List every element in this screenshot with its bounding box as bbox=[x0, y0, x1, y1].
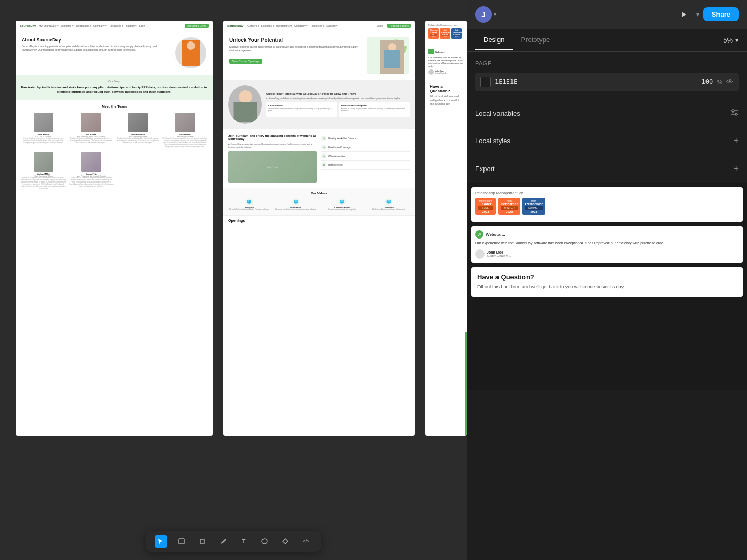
sliders-icon bbox=[730, 108, 739, 118]
about-logo: SourceDay bbox=[20, 24, 36, 27]
member-photo-1 bbox=[34, 113, 53, 132]
cursor-tool[interactable] bbox=[155, 535, 167, 548]
percent-label: % bbox=[717, 79, 722, 85]
team-grid: Tom Kieley CEO & Co-Founder Over a decad… bbox=[21, 113, 208, 148]
page-color-swatch[interactable] bbox=[480, 77, 491, 87]
about-hero: About SourceDay SourceDay is a leading p… bbox=[16, 31, 213, 75]
zoom-control[interactable]: 5% ▾ bbox=[723, 36, 739, 44]
grow-cards: Career Growth Opportunities for advancem… bbox=[266, 102, 410, 117]
page-opacity-value: 100 bbox=[702, 78, 713, 86]
export-section[interactable]: Export + bbox=[467, 155, 747, 183]
preview-card-testimonial: W Webstar... Our experience with the Sou… bbox=[471, 226, 743, 263]
nav-links: My SourceDay ▾ Solutions ▾ Integrations … bbox=[39, 24, 145, 27]
careers-frame[interactable]: SourceDay Careers ▾ Solutions ▾ Integrat… bbox=[223, 21, 415, 436]
openings-section: Openings bbox=[223, 215, 415, 226]
page-color-value: 1E1E1E bbox=[495, 78, 698, 86]
frame-tool[interactable] bbox=[175, 535, 188, 548]
benefit-item: ⊙ Remote Work bbox=[321, 161, 410, 170]
rectangle-tool[interactable] bbox=[196, 535, 209, 548]
team-section: Meet the Team Tom Kieley CEO & Co-Founde… bbox=[16, 100, 213, 199]
avatar-group[interactable]: J ▾ bbox=[475, 6, 496, 23]
text-tool[interactable]: T bbox=[238, 535, 250, 548]
team-member: Clint McRee Chief Strategy Officer & Co-… bbox=[68, 113, 113, 148]
local-styles-label: Local styles bbox=[475, 137, 510, 145]
benefit-icon-1: ⊙ bbox=[321, 136, 326, 141]
careers-hero-image bbox=[367, 37, 409, 74]
play-chevron[interactable]: ▾ bbox=[696, 11, 699, 18]
export-label: Export bbox=[475, 165, 495, 173]
benefit-item: ⊙ Healthcare Coverage bbox=[321, 143, 410, 152]
about-nav: SourceDay My SourceDay ▾ Solutions ▾ Int… bbox=[16, 21, 213, 31]
team-member: Peter Feldman Chief Technology Officer T… bbox=[115, 113, 160, 148]
svg-point-6 bbox=[732, 110, 734, 112]
team-member: Donna Fritz Vice President, Marketing & … bbox=[68, 152, 114, 189]
tab-design[interactable]: Design bbox=[475, 31, 513, 50]
values-grid: 🌐 Integrity We are fully honest and tran… bbox=[227, 198, 411, 211]
team-member: Michael Miller Chief Operating Officer M… bbox=[21, 152, 66, 189]
about-hero-image bbox=[175, 37, 206, 68]
member-photo-6 bbox=[81, 152, 101, 172]
integrity-icon: 🌐 bbox=[246, 198, 253, 205]
preview-card-badges: Relationship Management, an... Momentum … bbox=[471, 187, 743, 222]
grow-photo bbox=[228, 85, 262, 124]
question-area: Have a Question? Fill out this brief for… bbox=[425, 80, 467, 110]
reviewer-avatar bbox=[428, 69, 434, 75]
eye-icon[interactable]: 👁 bbox=[726, 78, 734, 86]
member-photo-3 bbox=[128, 113, 148, 132]
view-openings-btn[interactable]: View Current Openings bbox=[229, 59, 262, 64]
local-styles-add-icon[interactable]: + bbox=[733, 135, 739, 146]
team-member: Tom Kieley CEO & Co-Founder Over a decad… bbox=[21, 113, 66, 148]
pen-tool[interactable] bbox=[217, 535, 229, 548]
export-add-icon[interactable]: + bbox=[733, 163, 739, 174]
page-section-label: Page bbox=[475, 60, 739, 66]
benefit-item: ⊙ Office Amenities bbox=[321, 152, 410, 161]
reviewer-avatar-preview bbox=[475, 249, 485, 259]
team-grid-row2: Michael Miller Chief Operating Officer M… bbox=[21, 152, 114, 189]
user-avatar: J bbox=[475, 6, 492, 23]
component-tool[interactable] bbox=[279, 535, 292, 548]
careers-nav: SourceDay Careers ▾ Solutions ▾ Integrat… bbox=[223, 21, 415, 31]
grow-section: Unlock Your Potential with SourceDay: A … bbox=[223, 80, 415, 129]
values-section: Our Values 🌐 Integrity We are fully hone… bbox=[223, 188, 415, 215]
tab-prototype[interactable]: Prototype bbox=[513, 31, 558, 50]
preview-area: Relationship Management, an... Momentum … bbox=[467, 183, 747, 390]
share-button[interactable]: Share bbox=[703, 7, 739, 21]
about-frame[interactable]: SourceDay My SourceDay ▾ Solutions ▾ Int… bbox=[16, 21, 213, 436]
benefit-icon-4: ⊙ bbox=[321, 162, 326, 167]
g2-badges-area: Relationship Management, an... Momentum … bbox=[425, 21, 467, 44]
bottom-toolbar: T </> bbox=[146, 531, 321, 552]
third-frame: Relationship Management, an... Momentum … bbox=[425, 21, 467, 436]
grow-card: Professional Development Access to train… bbox=[339, 102, 410, 117]
careers-hero-text: Unlock Your Potential Discover exciting … bbox=[229, 37, 363, 64]
preview-card-question: Have a Question? Fill out this brief for… bbox=[471, 267, 743, 297]
story-section: Our Story Frustrated by inefficiencies a… bbox=[16, 75, 213, 100]
top-bar: J ▾ ▾ Share bbox=[467, 0, 747, 29]
team-member: Paul Wilson Chief Financial Officer Paul… bbox=[162, 113, 208, 148]
top-bar-right: ▾ Share bbox=[675, 6, 739, 23]
benefit-item: ⊙ Healthy Work-Life Balance bbox=[321, 134, 410, 143]
testimonial-area: Webstar... Our experience with the Sourc… bbox=[425, 46, 467, 78]
benefits-list: ⊙ Healthy Work-Life Balance ⊙ Healthcare… bbox=[321, 134, 410, 183]
play-button[interactable] bbox=[675, 6, 692, 23]
user-chevron: ▾ bbox=[494, 11, 496, 17]
teamwork-icon: 🌐 bbox=[385, 198, 392, 205]
local-variables-section[interactable]: Local variables bbox=[467, 100, 747, 127]
svg-rect-1 bbox=[200, 539, 204, 543]
right-panel: J ▾ ▾ Share Design Prototype 5% ▾ Page bbox=[467, 0, 747, 560]
benefit-icon-3: ⊙ bbox=[321, 153, 326, 159]
member-photo-2 bbox=[81, 113, 101, 132]
value-item: 🌐 Innovation We create tech that is comp… bbox=[274, 198, 319, 211]
careers-hero: Unlock Your Potential Discover exciting … bbox=[223, 31, 415, 80]
ellipse-tool[interactable] bbox=[258, 535, 271, 548]
nav-cta[interactable]: Request a Demo bbox=[185, 24, 209, 28]
grow-text: Unlock Your Potential with SourceDay: A … bbox=[266, 92, 410, 117]
code-tool[interactable]: </> bbox=[300, 535, 312, 548]
customer-icon: 🌐 bbox=[339, 198, 346, 205]
svg-rect-0 bbox=[179, 539, 184, 544]
member-photo-5 bbox=[34, 152, 53, 172]
tabs-left: Design Prototype bbox=[475, 31, 558, 50]
value-item: 🌐 Customer Focus Our customer success is… bbox=[320, 198, 365, 211]
local-variables-label: Local variables bbox=[475, 109, 520, 117]
local-styles-section[interactable]: Local styles + bbox=[467, 127, 747, 155]
benefit-icon-2: ⊙ bbox=[321, 145, 326, 150]
